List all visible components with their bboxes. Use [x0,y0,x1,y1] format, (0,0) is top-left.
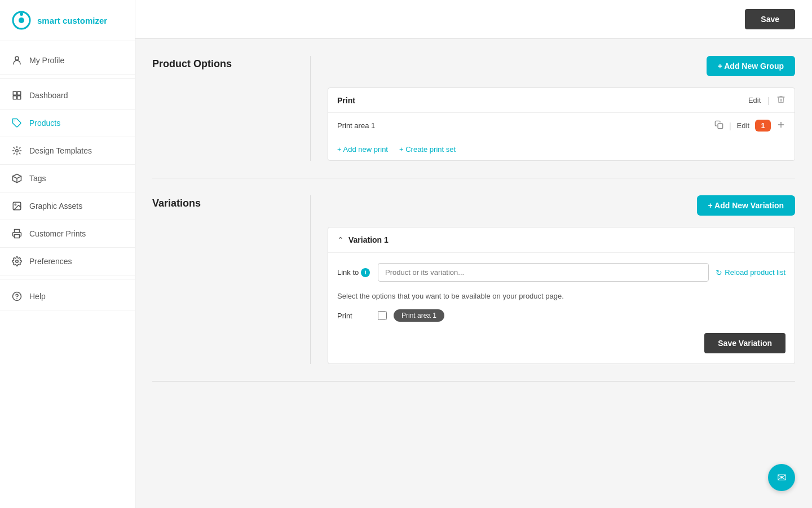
brand-name: smart customizer [37,16,107,25]
link-to-label: Link to i [337,268,371,277]
sidebar-label-my-profile: My Profile [29,56,64,65]
top-bar: Save [135,0,812,39]
main-content: Save Product Options + Add New Group Pri… [135,0,812,508]
content-area: Product Options + Add New Group Print Ed… [135,39,812,382]
add-links: + Add new print + Create print set [328,138,795,160]
chevron-up-icon[interactable]: ⌃ [337,235,344,244]
sidebar-label-preferences: Preferences [29,257,72,266]
print-option-label: Print [337,312,371,320]
help-icon [11,291,23,302]
print-group-actions: Edit | [748,95,785,106]
product-options-content: + Add New Group Print Edit | [310,56,795,161]
svg-rect-7 [13,96,16,99]
logo-icon [11,10,32,30]
print-area-row: Print area 1 | Edit 1 [328,113,795,138]
edit-print-group-button[interactable]: Edit [748,96,761,104]
reload-product-list-button[interactable]: ↻ Reload product list [716,268,785,277]
reload-icon: ↻ [716,268,722,277]
create-print-set-link[interactable]: + Create print set [399,145,456,154]
sidebar-item-customer-prints[interactable]: Customer Prints [0,220,135,248]
add-new-print-link[interactable]: + Add new print [337,145,388,154]
variation-card-1: ⌃ Variation 1 Link to i ↻ Rel [328,227,795,364]
select-options-text: Select the options that you want to be a… [337,292,785,300]
delete-print-group-button[interactable] [776,95,785,106]
save-variation-button[interactable]: Save Variation [704,333,785,353]
print-area-checkbox[interactable] [378,311,387,320]
variation-header: ⌃ Variation 1 [328,227,795,253]
print-option-row: Print Print area 1 [337,309,785,322]
save-button[interactable]: Save [745,9,795,29]
design-icon [11,145,23,156]
divider2: | [729,121,731,130]
svg-rect-5 [17,91,21,95]
settings-icon [11,256,23,267]
svg-point-2 [20,12,23,16]
svg-point-3 [15,56,19,60]
print-area-actions: | Edit 1 [714,120,785,132]
edit-print-area-button[interactable]: Edit [737,121,749,130]
variations-header: + Add New Variation [328,195,795,216]
sidebar-item-my-profile[interactable]: My Profile [0,47,135,75]
save-variation-row: Save Variation [337,333,785,353]
svg-point-9 [16,150,19,152]
assets-icon [11,200,23,212]
variation-body: Link to i ↻ Reload product list Select t… [328,253,795,364]
sidebar-label-products: Products [29,119,60,128]
variations-content: + Add New Variation ⌃ Variation 1 Link t… [310,195,795,364]
sidebar-item-graphic-assets[interactable]: Graphic Assets [0,192,135,220]
print-area-name: Print area 1 [337,121,708,130]
divider: | [767,96,770,105]
chat-icon: ✉ [777,471,787,484]
tag-icon [11,117,23,129]
chat-button[interactable]: ✉ [768,464,795,491]
sidebar-label-design-templates: Design Templates [29,146,92,155]
sidebar-item-preferences[interactable]: Preferences [0,248,135,275]
svg-rect-14 [15,235,20,238]
prints-icon [11,228,23,239]
sidebar-label-graphic-assets: Graphic Assets [29,202,82,211]
print-group-title: Print [337,96,355,105]
sidebar: smart customizer My Profile Dashboard Pr… [0,0,135,508]
print-area-tag: Print area 1 [394,309,444,322]
sidebar-label-customer-prints: Customer Prints [29,229,86,238]
svg-point-15 [16,260,19,263]
print-area-badge: 1 [755,120,771,132]
sidebar-label-tags: Tags [29,174,46,183]
dashboard-icon [11,90,23,101]
product-options-label: Product Options [152,56,310,161]
link-to-row: Link to i ↻ Reload product list [337,263,785,282]
add-print-area-icon[interactable] [776,120,785,131]
svg-rect-4 [13,91,16,95]
print-group-header: Print Edit | [328,88,795,113]
svg-rect-18 [718,124,723,129]
sidebar-nav: My Profile Dashboard Products Design Tem… [0,41,135,316]
svg-point-1 [19,17,24,23]
sidebar-item-dashboard[interactable]: Dashboard [0,82,135,110]
sidebar-label-help: Help [29,292,46,301]
variations-section: Variations + Add New Variation ⌃ Variati… [152,178,795,382]
logo: smart customizer [0,0,135,41]
add-new-variation-button[interactable]: + Add New Variation [697,195,795,216]
sidebar-item-design-templates[interactable]: Design Templates [0,137,135,165]
user-icon [11,55,23,66]
print-group: Print Edit | Print area 1 [328,87,795,161]
svg-rect-6 [17,96,21,99]
svg-point-13 [15,204,16,205]
tags-icon [11,173,23,184]
sidebar-item-products[interactable]: Products [0,110,135,137]
sidebar-item-help[interactable]: Help [0,283,135,310]
product-options-section: Product Options + Add New Group Print Ed… [152,39,795,178]
variation-title: Variation 1 [348,235,389,244]
copy-icon[interactable] [714,120,723,131]
info-icon[interactable]: i [361,268,370,277]
sidebar-item-tags[interactable]: Tags [0,165,135,192]
add-new-group-button[interactable]: + Add New Group [707,56,795,76]
link-to-input[interactable] [378,263,709,282]
product-options-header: + Add New Group [328,56,795,76]
sidebar-label-dashboard: Dashboard [29,91,68,100]
variations-label: Variations [152,195,310,364]
